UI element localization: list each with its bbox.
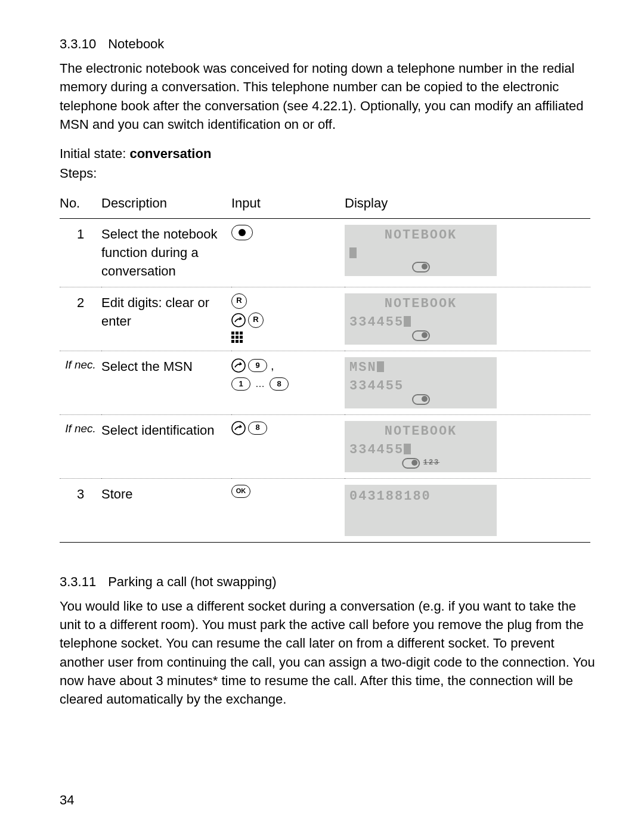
col-header-no: No.: [60, 190, 101, 219]
lcd-cursor-icon: [349, 247, 357, 258]
lcd-display: NOTEBOOK: [345, 225, 497, 276]
row-no: 2: [60, 287, 101, 351]
section-number: 3.3.11: [60, 572, 96, 591]
row-input: OK: [231, 478, 345, 542]
initial-state-label: Initial state:: [60, 146, 126, 161]
ok-key-icon: OK: [231, 485, 250, 498]
r-key-icon: R: [231, 293, 247, 309]
lcd-display: MSN 334455: [345, 357, 497, 408]
manual-page: 3.3.10 Notebook The electronic notebook …: [0, 0, 644, 833]
table-row: 3 Store OK 043188180: [60, 478, 590, 542]
row-display: 043188180: [345, 478, 590, 542]
comma: ,: [270, 357, 274, 374]
initial-state-value: conversation: [129, 146, 211, 161]
table-row: If nec. Select the MSN 9 , 1 …: [60, 351, 590, 414]
rec-extra-text: 123: [423, 458, 440, 468]
record-indicator-icon: [412, 394, 430, 405]
shift-key-icon: [231, 421, 246, 435]
table-row: If nec. Select identification 8 N: [60, 414, 590, 478]
lcd-line1: NOTEBOOK: [345, 225, 497, 244]
steps-label: Steps:: [60, 164, 597, 182]
row-desc: Select the MSN: [101, 351, 231, 414]
section-heading-2: 3.3.11 Parking a call (hot swapping): [60, 572, 597, 591]
lcd-display: 043188180: [345, 485, 497, 536]
section-body-2: You would like to use a different socket…: [60, 597, 596, 708]
lcd-line1: NOTEBOOK: [345, 421, 497, 441]
section-title: Parking a call (hot swapping): [108, 572, 276, 591]
lcd-rec-indicator: 123: [402, 458, 440, 469]
svg-point-2: [232, 422, 245, 435]
shift-key-icon: [231, 313, 246, 327]
initial-state-line: Initial state: conversation: [60, 144, 597, 163]
eight-key-icon: 8: [248, 422, 267, 435]
row-no: If nec.: [60, 351, 101, 414]
nine-key-icon: 9: [248, 359, 267, 372]
col-header-input: Input: [231, 190, 345, 219]
page-number: 34: [60, 791, 74, 809]
eight-key-icon: 8: [270, 377, 289, 391]
section-title: Notebook: [108, 35, 164, 53]
record-indicator-icon: [412, 330, 430, 341]
lcd-cursor-icon: [404, 316, 411, 327]
lcd-cursor-icon: [404, 444, 411, 454]
row-input: R R: [231, 287, 345, 351]
lcd-cursor-icon: [377, 361, 384, 372]
row-no: 1: [60, 218, 101, 287]
r-key-icon: R: [248, 312, 264, 328]
lcd-rec-indicator: [412, 394, 430, 405]
row-display: NOTEBOOK: [345, 218, 590, 287]
section-2: 3.3.11 Parking a call (hot swapping) You…: [60, 572, 597, 709]
lcd-line2: 334455: [345, 441, 497, 459]
record-indicator-icon: [412, 262, 430, 272]
section-body-1: The electronic notebook was conceived fo…: [60, 59, 596, 134]
shift-key-icon: [231, 358, 246, 373]
row-no: If nec.: [60, 414, 101, 478]
svg-point-1: [232, 359, 245, 372]
row-input: [231, 218, 345, 287]
row-display: NOTEBOOK 334455: [345, 287, 590, 351]
steps-table: No. Description Input Display 1 Select t…: [60, 190, 590, 543]
table-row: 1 Select the notebook function during a …: [60, 218, 590, 287]
record-indicator-icon: [402, 458, 420, 469]
keypad-icon: [231, 332, 244, 343]
row-no: 3: [60, 478, 101, 542]
lcd-line2: 334455: [345, 313, 497, 332]
ellipsis: …: [253, 377, 267, 391]
lcd-line1: MSN: [345, 357, 497, 377]
row-desc: Select the notebook function during a co…: [101, 218, 231, 287]
svg-point-0: [232, 314, 245, 327]
one-key-icon: 1: [231, 377, 250, 391]
section-number: 3.3.10: [60, 35, 96, 53]
col-header-desc: Description: [101, 190, 231, 219]
lcd-line2: 334455: [345, 377, 497, 395]
lcd-display: NOTEBOOK 334455 123: [345, 421, 497, 472]
lcd-display: NOTEBOOK 334455: [345, 293, 497, 345]
lcd-rec-indicator: [412, 330, 430, 341]
row-input: 8: [231, 414, 345, 478]
record-key-icon: [231, 225, 253, 240]
lcd-line1: NOTEBOOK: [345, 293, 497, 313]
row-display: NOTEBOOK 334455 123: [345, 414, 590, 478]
col-header-display: Display: [345, 190, 590, 219]
row-desc: Store: [101, 478, 231, 542]
table-header-row: No. Description Input Display: [60, 190, 590, 219]
row-display: MSN 334455: [345, 351, 590, 414]
row-desc: Edit digits: clear or enter: [101, 287, 231, 351]
table-row: 2 Edit digits: clear or enter R R: [60, 287, 590, 351]
lcd-rec-indicator: [412, 262, 430, 272]
section-heading-1: 3.3.10 Notebook: [60, 35, 597, 53]
row-desc: Select identification: [101, 414, 231, 478]
row-input: 9 , 1 … 8: [231, 351, 345, 414]
lcd-line1: 043188180: [345, 485, 497, 506]
lcd-line2: [345, 244, 497, 263]
